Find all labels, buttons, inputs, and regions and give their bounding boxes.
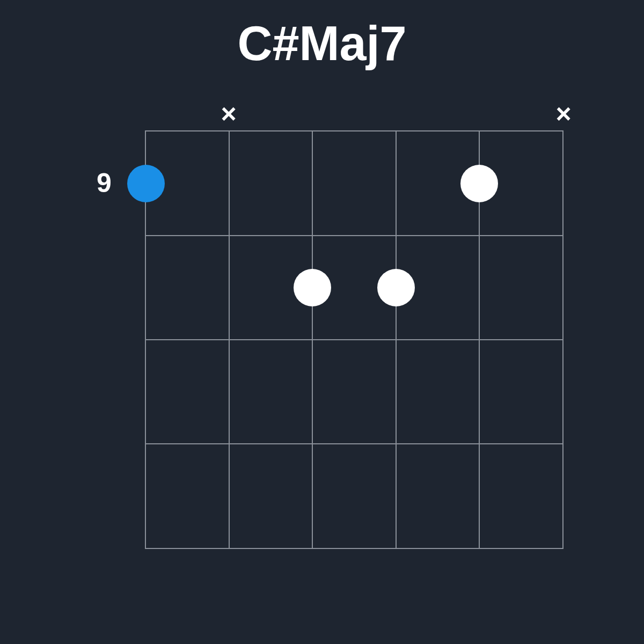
- mute-mark-string-5: ×: [555, 98, 571, 129]
- chord-title: C#Maj7: [237, 16, 406, 71]
- fret-line-2: [146, 339, 562, 340]
- mute-mark-string-1: ×: [221, 98, 236, 129]
- fretboard-grid: [145, 130, 564, 549]
- note-dot-2: [377, 269, 415, 306]
- root-note-dot: [127, 165, 165, 202]
- string-header-row: ××: [145, 98, 564, 130]
- fret-line-1: [146, 235, 562, 236]
- chord-diagram: ×× 9: [80, 98, 564, 549]
- note-dot-1: [294, 269, 331, 306]
- fret-line-3: [146, 443, 562, 444]
- note-dot-3: [460, 165, 498, 202]
- starting-fret-label: 9: [97, 167, 112, 199]
